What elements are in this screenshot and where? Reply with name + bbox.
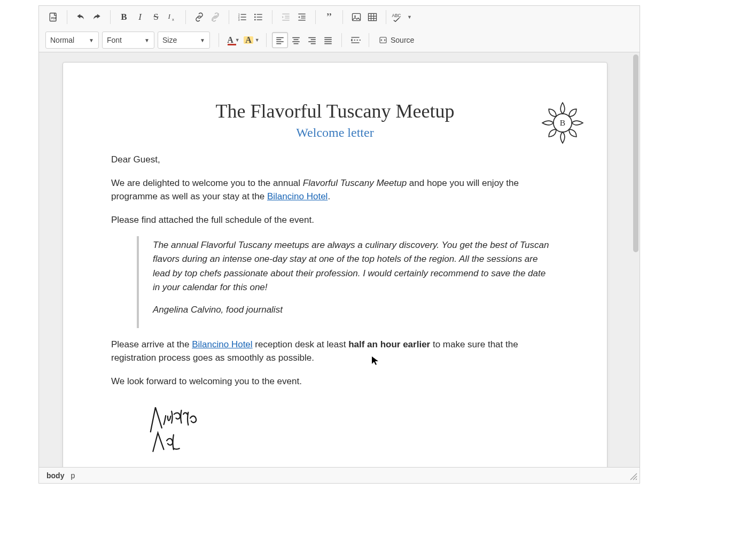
intro-paragraph[interactable]: We are delighted to welcome you to the a… [111, 176, 559, 204]
spellcheck-button[interactable]: ABÇ ▼ [392, 9, 412, 25]
link-button[interactable] [191, 9, 207, 25]
arrival-paragraph[interactable]: Please arrive at the Bilancino Hotel rec… [111, 338, 559, 365]
chevron-down-icon: ▼ [83, 37, 94, 43]
editor-app: PDF B I S Ix [38, 5, 640, 484]
paragraph-format-label: Normal [50, 36, 74, 44]
toolbar: PDF B I S Ix [39, 6, 640, 52]
source-label: Source [391, 36, 414, 44]
svg-text:x: x [172, 17, 174, 22]
signature-image [143, 398, 559, 456]
svg-point-26 [354, 15, 356, 17]
font-size-label: Size [162, 36, 177, 44]
svg-text:ABÇ: ABÇ [392, 13, 401, 18]
logo-ornament-icon: B [540, 100, 586, 146]
document-subtitle[interactable]: Welcome letter [111, 126, 559, 140]
svg-text:B: B [560, 118, 565, 127]
outdent-button[interactable] [278, 9, 294, 25]
chevron-down-icon: ▼ [139, 37, 150, 43]
insert-table-button[interactable] [364, 9, 380, 25]
resize-grip-icon[interactable] [630, 473, 637, 482]
hotel-link-2[interactable]: Bilancino Hotel [192, 339, 252, 349]
paragraph-format-combo[interactable]: Normal ▼ [45, 32, 99, 49]
svg-point-13 [254, 19, 256, 21]
document-body[interactable]: Dear Guest, We are delighted to welcome … [111, 153, 559, 456]
source-icon [379, 36, 387, 44]
text-color-button[interactable]: A▼ [224, 32, 243, 48]
italic-button[interactable]: I [132, 9, 148, 25]
document-title[interactable]: The Flavorful Tuscany Meetup [111, 100, 559, 122]
svg-rect-25 [353, 13, 361, 20]
chevron-down-icon: ▼ [194, 37, 205, 43]
svg-line-4 [212, 13, 219, 20]
unordered-list-button[interactable] [251, 9, 267, 25]
greeting-paragraph[interactable]: Dear Guest, [111, 153, 559, 167]
align-left-button[interactable] [272, 32, 288, 48]
ordered-list-button[interactable]: 123 [235, 9, 251, 25]
document-page[interactable]: B The Flavorful Tuscany Meetup Welcome l… [63, 62, 607, 467]
svg-text:PDF: PDF [51, 17, 57, 20]
align-justify-button[interactable] [320, 32, 336, 48]
blockquote-button[interactable]: ” [321, 9, 337, 25]
font-size-combo[interactable]: Size ▼ [158, 32, 210, 49]
indent-button[interactable] [294, 9, 310, 25]
svg-rect-27 [369, 13, 377, 20]
strikethrough-button[interactable]: S [148, 9, 164, 25]
quote-body[interactable]: The annual Flavorful Tuscany meetups are… [153, 238, 551, 294]
testimonial-blockquote[interactable]: The annual Flavorful Tuscany meetups are… [137, 236, 559, 328]
font-family-label: Font [107, 36, 122, 44]
editor-canvas[interactable]: B The Flavorful Tuscany Meetup Welcome l… [39, 52, 640, 467]
highlight-color-button[interactable]: A▼ [243, 32, 261, 48]
svg-text:I: I [168, 12, 171, 20]
undo-button[interactable] [73, 9, 89, 25]
align-center-button[interactable] [288, 32, 304, 48]
svg-point-11 [254, 14, 256, 15]
quote-attribution[interactable]: Angelina Calvino, food journalist [153, 303, 551, 317]
closing-paragraph[interactable]: We look forward to welcoming you to the … [111, 375, 559, 388]
insert-image-button[interactable] [348, 9, 364, 25]
bold-button[interactable]: B [116, 9, 132, 25]
redo-button[interactable] [89, 9, 105, 25]
schedule-paragraph[interactable]: Please find attached the full schedule o… [111, 213, 559, 227]
document-header: B The Flavorful Tuscany Meetup Welcome l… [111, 100, 559, 140]
status-bar: body p [39, 467, 640, 483]
svg-text:3: 3 [238, 18, 240, 21]
align-right-button[interactable] [304, 32, 320, 48]
remove-format-button[interactable]: Ix [164, 9, 180, 25]
scrollbar-thumb[interactable] [633, 55, 638, 252]
svg-point-12 [254, 17, 256, 18]
hotel-link-1[interactable]: Bilancino Hotel [267, 191, 328, 201]
source-button[interactable]: Source [375, 32, 418, 48]
elements-path-body[interactable]: body [46, 471, 64, 480]
export-pdf-button[interactable]: PDF [45, 9, 61, 25]
page-break-button[interactable] [347, 32, 363, 48]
elements-path-p[interactable]: p [71, 471, 75, 480]
font-family-combo[interactable]: Font ▼ [102, 32, 154, 49]
unlink-button[interactable] [207, 9, 223, 25]
